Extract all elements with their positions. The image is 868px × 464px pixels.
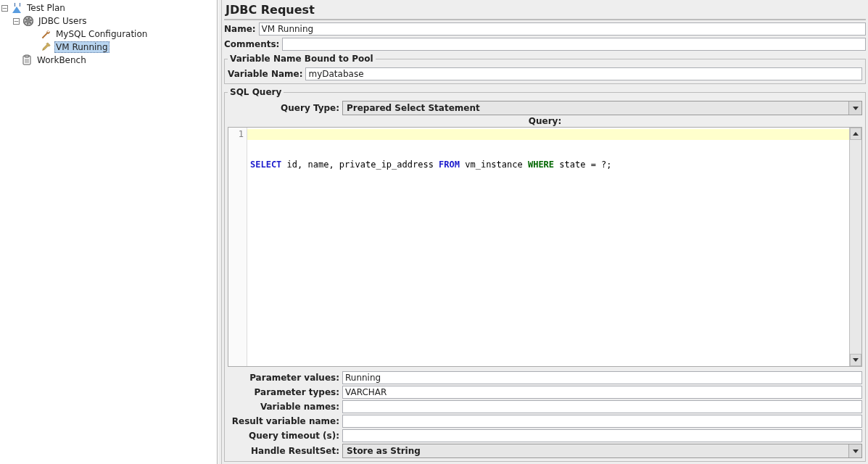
- app-root: − Test Plan − JDBC Users MySQL Configura…: [0, 0, 868, 464]
- comments-input[interactable]: [282, 38, 866, 51]
- clipboard-icon: [21, 54, 33, 66]
- tree-label: JDBC Users: [37, 16, 88, 26]
- tree-label: WorkBench: [36, 55, 88, 65]
- variable-names-input[interactable]: [342, 400, 862, 413]
- kw-from: FROM: [439, 160, 460, 170]
- query-type-label: Query Type:: [228, 103, 342, 113]
- parameter-types-label: Parameter types:: [228, 387, 342, 397]
- comments-label: Comments:: [224, 39, 282, 49]
- handle-resultset-value: Store as String: [343, 444, 848, 457]
- variable-name-row: Variable Name:: [228, 67, 862, 80]
- sql-fieldset: SQL Query Query Type: Prepared Select St…: [224, 87, 866, 462]
- handle-resultset-row: Handle ResultSet: Store as String: [228, 444, 862, 458]
- code-table: vm_instance: [460, 160, 528, 170]
- sql-editor[interactable]: 1 SELECT id, name, private_ip_address FR…: [228, 127, 862, 367]
- handle-resultset-combo[interactable]: Store as String: [342, 444, 862, 458]
- tree-node-mysql-config[interactable]: MySQL Configuration: [1, 28, 215, 41]
- variable-name-label: Variable Name:: [228, 69, 305, 79]
- editor-code[interactable]: SELECT id, name, private_ip_address FROM…: [247, 128, 849, 366]
- gutter-line-number: 1: [228, 129, 244, 139]
- query-type-row: Query Type: Prepared Select Statement: [228, 101, 862, 115]
- tree-expander-icon[interactable]: −: [1, 5, 8, 12]
- query-timeout-input[interactable]: [342, 429, 862, 442]
- code-line: SELECT id, name, private_ip_address FROM…: [250, 160, 846, 170]
- content-panel: JDBC Request Name: Comments: Variable Na…: [222, 0, 868, 464]
- parameter-types-row: Parameter types:: [228, 386, 862, 399]
- name-label: Name:: [224, 24, 259, 34]
- scroll-up-icon[interactable]: [850, 128, 861, 140]
- comments-row: Comments:: [224, 38, 866, 51]
- pool-legend: Variable Name Bound to Pool: [228, 54, 376, 64]
- chevron-down-icon[interactable]: [848, 102, 861, 115]
- panel-title: JDBC Request: [224, 0, 866, 20]
- tree-node-test-plan[interactable]: − Test Plan: [1, 1, 215, 14]
- result-variable-label: Result variable name:: [228, 416, 342, 426]
- parameter-values-row: Parameter values:: [228, 371, 862, 384]
- result-variable-input[interactable]: [342, 415, 862, 428]
- param-grid: Parameter values: Parameter types: Varia…: [228, 370, 862, 458]
- tree-expander-icon[interactable]: −: [13, 18, 20, 25]
- tree-leaf-spacer: [30, 31, 37, 38]
- code-fields: id, name, private_ip_address: [281, 160, 439, 170]
- editor-scrollbar[interactable]: [849, 128, 861, 366]
- result-variable-row: Result variable name:: [228, 415, 862, 428]
- flask-icon: [11, 2, 22, 14]
- parameter-values-input[interactable]: [342, 371, 862, 384]
- tree-node-workbench[interactable]: WorkBench: [1, 54, 215, 67]
- kw-where: WHERE: [528, 160, 554, 170]
- name-row: Name:: [224, 22, 866, 36]
- code-rest: state = ?;: [554, 160, 611, 170]
- query-header-label: Query:: [228, 115, 862, 127]
- pool-fieldset: Variable Name Bound to Pool Variable Nam…: [224, 54, 866, 84]
- query-type-value: Prepared Select Statement: [343, 102, 848, 115]
- tree-label: Test Plan: [25, 3, 67, 13]
- query-timeout-row: Query timeout (s):: [228, 429, 862, 442]
- query-timeout-label: Query timeout (s):: [228, 431, 342, 441]
- svg-rect-1: [25, 55, 29, 57]
- handle-resultset-label: Handle ResultSet:: [228, 446, 342, 456]
- tree-leaf-spacer: [30, 44, 37, 51]
- variable-names-label: Variable names:: [228, 402, 342, 412]
- query-type-combo[interactable]: Prepared Select Statement: [342, 101, 862, 115]
- name-input[interactable]: [259, 22, 866, 36]
- gear-icon: [22, 15, 34, 27]
- tree-node-vm-running[interactable]: VM Running: [1, 41, 215, 54]
- tree-label: VM Running: [54, 41, 109, 53]
- scroll-down-icon[interactable]: [850, 354, 861, 366]
- current-line-highlight: [247, 129, 849, 140]
- tree-label: MySQL Configuration: [54, 29, 149, 39]
- editor-gutter: 1: [228, 128, 247, 366]
- wrench-icon: [40, 28, 51, 40]
- variable-names-row: Variable names:: [228, 400, 862, 413]
- tree-node-jdbc-users[interactable]: − JDBC Users: [1, 14, 215, 28]
- kw-select: SELECT: [250, 160, 281, 170]
- chevron-down-icon[interactable]: [848, 444, 861, 457]
- parameter-values-label: Parameter values:: [228, 373, 342, 383]
- tree-leaf-spacer: [12, 57, 18, 64]
- sql-legend: SQL Query: [228, 87, 284, 97]
- parameter-types-input[interactable]: [342, 386, 862, 399]
- variable-name-input[interactable]: [305, 67, 862, 80]
- tree-panel[interactable]: − Test Plan − JDBC Users MySQL Configura…: [0, 0, 218, 464]
- dropper-icon: [40, 41, 51, 53]
